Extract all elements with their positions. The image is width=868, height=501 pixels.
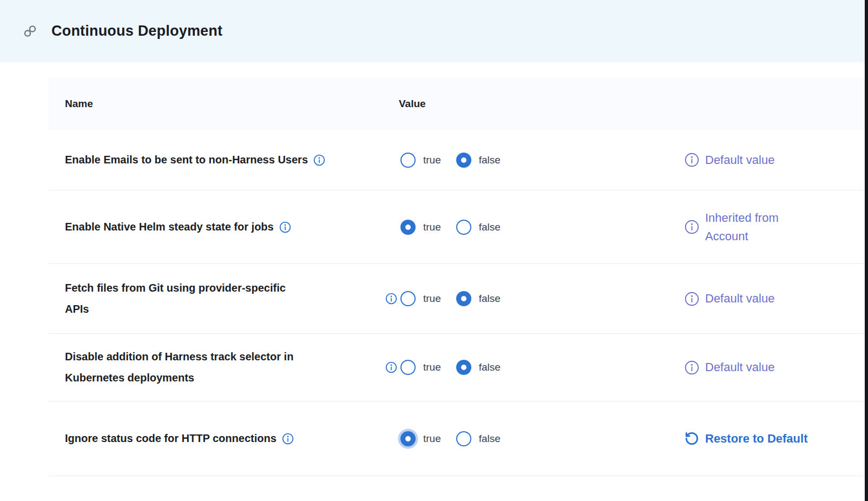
setting-name: Enable Emails to be sent to non-Harness … bbox=[65, 149, 308, 170]
table-row: Ignore status code for HTTP connections … bbox=[49, 401, 865, 476]
table-header-row: Name Value bbox=[49, 77, 865, 130]
radio-false-label[interactable]: false bbox=[479, 293, 501, 305]
info-icon[interactable] bbox=[282, 433, 294, 445]
window-edge bbox=[865, 0, 868, 501]
radio-group: true false bbox=[400, 291, 501, 306]
table-row: Enable Emails to be sent to non-Harness … bbox=[49, 130, 865, 190]
status-cell: Inherited from Account bbox=[679, 209, 865, 246]
restore-icon[interactable] bbox=[685, 431, 699, 446]
info-icon[interactable] bbox=[279, 221, 291, 233]
column-header-value: Value bbox=[384, 98, 679, 110]
radio-false-label[interactable]: false bbox=[479, 221, 501, 233]
radio-false[interactable] bbox=[456, 220, 471, 235]
radio-false-label[interactable]: false bbox=[479, 154, 501, 166]
status-cell: Restore to Default bbox=[679, 430, 865, 448]
radio-false[interactable] bbox=[456, 431, 471, 446]
setting-name-cell: Disable addition of Harness track select… bbox=[49, 346, 384, 388]
setting-name: Enable Native Helm steady state for jobs bbox=[65, 216, 274, 238]
setting-value-cell: true false bbox=[384, 431, 679, 446]
radio-true-label[interactable]: true bbox=[423, 433, 441, 445]
section-title: Continuous Deployment bbox=[51, 23, 222, 39]
radio-true-label[interactable]: true bbox=[423, 293, 441, 305]
radio-true[interactable] bbox=[400, 360, 416, 375]
radio-group: true false bbox=[400, 431, 501, 446]
radio-true-label[interactable]: true bbox=[423, 154, 441, 166]
radio-true-label[interactable]: true bbox=[423, 221, 441, 233]
radio-false-label[interactable]: false bbox=[479, 361, 501, 373]
column-header-name: Name bbox=[49, 98, 384, 110]
setting-name: Disable addition of Harness track select… bbox=[65, 346, 293, 388]
info-icon[interactable] bbox=[385, 293, 397, 305]
radio-group: true false bbox=[400, 153, 501, 168]
info-icon[interactable] bbox=[385, 361, 397, 373]
radio-true[interactable] bbox=[400, 291, 416, 306]
setting-value-cell: true false bbox=[384, 220, 679, 235]
radio-true-label[interactable]: true bbox=[423, 361, 441, 373]
setting-value-cell: true false bbox=[384, 153, 679, 168]
section-header: Continuous Deployment bbox=[0, 0, 865, 62]
status-label[interactable]: Restore to Default bbox=[705, 430, 807, 448]
info-icon[interactable] bbox=[685, 360, 699, 375]
radio-false[interactable] bbox=[456, 360, 471, 375]
table-row: Fetch files from Git using provider-spec… bbox=[49, 264, 865, 334]
info-icon[interactable] bbox=[685, 220, 699, 234]
table-row: Disable addition of Harness track select… bbox=[49, 334, 865, 401]
setting-value-cell: true false bbox=[384, 360, 679, 375]
status-cell: Default value bbox=[679, 358, 865, 377]
info-icon[interactable] bbox=[685, 292, 699, 306]
setting-name: Ignore status code for HTTP connections bbox=[65, 428, 277, 449]
radio-false-label[interactable]: false bbox=[479, 433, 501, 445]
radio-false[interactable] bbox=[456, 153, 471, 168]
status-label[interactable]: Inherited from Account bbox=[705, 209, 779, 246]
setting-name-cell: Enable Native Helm steady state for jobs bbox=[49, 216, 384, 238]
radio-true[interactable] bbox=[400, 220, 416, 235]
radio-group: true false bbox=[400, 360, 501, 375]
setting-name-cell: Fetch files from Git using provider-spec… bbox=[49, 278, 384, 320]
setting-name-cell: Enable Emails to be sent to non-Harness … bbox=[49, 149, 384, 170]
table-row: Enable Native Helm steady state for jobs… bbox=[49, 190, 865, 264]
status-cell: Default value bbox=[679, 151, 865, 169]
status-label[interactable]: Default value bbox=[705, 151, 774, 169]
info-icon[interactable] bbox=[685, 153, 699, 167]
settings-table: Name Value Enable Emails to be sent to n… bbox=[49, 77, 865, 476]
info-icon[interactable] bbox=[313, 154, 325, 166]
status-label[interactable]: Default value bbox=[705, 289, 774, 308]
settings-page: Continuous Deployment Name Value Enable … bbox=[0, 0, 868, 501]
link-icon[interactable] bbox=[23, 24, 37, 38]
radio-false[interactable] bbox=[456, 291, 471, 306]
radio-true[interactable] bbox=[400, 431, 416, 446]
radio-group: true false bbox=[400, 220, 501, 235]
status-cell: Default value bbox=[679, 289, 865, 308]
setting-name-cell: Ignore status code for HTTP connections bbox=[49, 428, 384, 449]
setting-name: Fetch files from Git using provider-spec… bbox=[65, 278, 286, 320]
setting-value-cell: true false bbox=[384, 291, 679, 306]
status-label[interactable]: Default value bbox=[705, 358, 774, 377]
radio-true[interactable] bbox=[400, 153, 416, 168]
table-body: Enable Emails to be sent to non-Harness … bbox=[49, 130, 865, 476]
